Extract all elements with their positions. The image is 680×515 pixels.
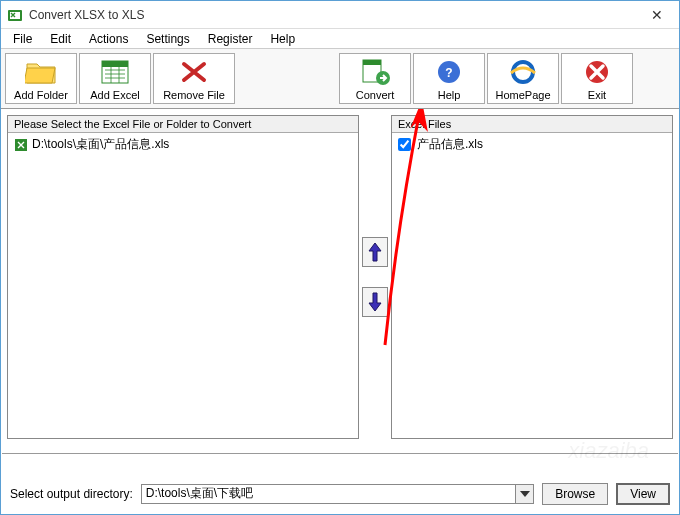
output-label: Select output directory:	[10, 487, 133, 501]
toolbar-label: Add Excel	[90, 89, 140, 101]
output-directory-input[interactable]	[142, 485, 515, 503]
app-icon	[7, 7, 23, 23]
file-name: 产品信息.xls	[417, 136, 483, 153]
svg-rect-3	[102, 61, 128, 67]
help-icon: ?	[433, 57, 465, 87]
svg-text:?: ?	[445, 66, 452, 80]
add-excel-button[interactable]: Add Excel	[79, 53, 151, 104]
toolbar-label: Remove File	[163, 89, 225, 101]
list-item[interactable]: D:\tools\桌面\产品信息.xls	[10, 135, 356, 154]
left-panel-header: Please Select the Excel File or Folder t…	[8, 116, 358, 133]
convert-icon	[359, 57, 391, 87]
view-button[interactable]: View	[616, 483, 670, 505]
main-area: Please Select the Excel File or Folder t…	[1, 109, 679, 445]
titlebar: Convert XLSX to XLS ✕	[1, 1, 679, 29]
toolbar-label: Add Folder	[14, 89, 68, 101]
svg-point-9	[513, 62, 533, 82]
arrow-up-icon	[367, 241, 383, 263]
toolbar-label: Help	[438, 89, 461, 101]
menu-help[interactable]: Help	[262, 30, 303, 48]
remove-file-button[interactable]: Remove File	[153, 53, 235, 104]
help-button[interactable]: ? Help	[413, 53, 485, 104]
homepage-button[interactable]: HomePage	[487, 53, 559, 104]
output-bar: Select output directory: Browse View	[2, 453, 678, 513]
move-up-button[interactable]	[362, 237, 388, 267]
convert-button[interactable]: Convert	[339, 53, 411, 104]
file-path: D:\tools\桌面\产品信息.xls	[32, 136, 169, 153]
excel-file-icon	[14, 138, 28, 152]
svg-rect-5	[363, 60, 381, 65]
remove-icon	[178, 57, 210, 87]
right-panel-body[interactable]: 产品信息.xls	[392, 133, 672, 438]
folder-icon	[25, 57, 57, 87]
exit-button[interactable]: Exit	[561, 53, 633, 104]
window-close-button[interactable]: ✕	[641, 7, 673, 23]
menu-file[interactable]: File	[5, 30, 40, 48]
right-panel-header: Excel Files	[392, 116, 672, 133]
toolbar-gap	[237, 53, 337, 104]
toolbar-label: Convert	[356, 89, 395, 101]
chevron-down-icon	[520, 491, 530, 497]
exit-icon	[581, 57, 613, 87]
list-item[interactable]: 产品信息.xls	[394, 135, 670, 154]
right-panel: Excel Files 产品信息.xls	[391, 115, 673, 439]
menu-settings[interactable]: Settings	[138, 30, 197, 48]
left-panel-body[interactable]: D:\tools\桌面\产品信息.xls	[8, 133, 358, 438]
dropdown-button[interactable]	[515, 485, 533, 503]
menu-register[interactable]: Register	[200, 30, 261, 48]
move-down-button[interactable]	[362, 287, 388, 317]
browse-button[interactable]: Browse	[542, 483, 608, 505]
toolbar-label: HomePage	[495, 89, 550, 101]
ie-icon	[507, 57, 539, 87]
window-title: Convert XLSX to XLS	[29, 8, 641, 22]
toolbar-label: Exit	[588, 89, 606, 101]
add-folder-button[interactable]: Add Folder	[5, 53, 77, 104]
reorder-buttons	[361, 115, 389, 439]
toolbar: Add Folder Add Excel Remove File Convert…	[1, 49, 679, 109]
excel-icon	[99, 57, 131, 87]
menu-actions[interactable]: Actions	[81, 30, 136, 48]
output-directory-combo[interactable]	[141, 484, 534, 504]
menubar: File Edit Actions Settings Register Help	[1, 29, 679, 49]
left-panel: Please Select the Excel File or Folder t…	[7, 115, 359, 439]
menu-edit[interactable]: Edit	[42, 30, 79, 48]
file-checkbox[interactable]	[398, 138, 411, 151]
arrow-down-icon	[367, 291, 383, 313]
